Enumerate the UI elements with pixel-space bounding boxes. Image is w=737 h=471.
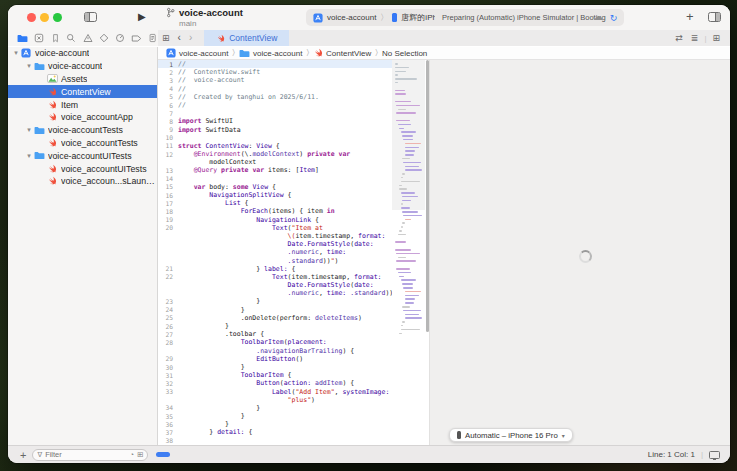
disclosure-triangle-icon[interactable]: ▾ <box>12 49 20 57</box>
code-text: } <box>178 363 245 371</box>
line-number[interactable]: 36 <box>158 421 173 428</box>
add-toolbar-button[interactable]: + <box>686 9 694 24</box>
file-tree-item[interactable]: ▾voice-accountTests <box>8 124 157 137</box>
line-number[interactable]: 38 <box>158 437 173 444</box>
file-tree-item[interactable]: ▾voice-account <box>8 47 157 60</box>
minimap-toggle-icon[interactable]: ≣ <box>687 33 703 43</box>
line-number[interactable]: 16 <box>158 192 173 199</box>
line-number[interactable]: 13 <box>158 167 173 174</box>
breadcrumb-item[interactable]: ContentView <box>313 48 371 58</box>
line-number[interactable]: 12 <box>158 151 173 158</box>
line-number[interactable]: 21 <box>158 265 173 272</box>
chevron-down-icon: ▾ <box>562 432 565 439</box>
line-number[interactable]: 22 <box>158 273 173 280</box>
add-editor-icon[interactable]: ⊞ <box>708 33 724 43</box>
file-tree-item[interactable]: voice_accountTests <box>8 137 157 150</box>
line-number[interactable]: 1 <box>158 61 173 68</box>
project-status[interactable]: voice-account main <box>166 7 243 28</box>
related-items-icon[interactable]: ⊞ <box>158 33 174 43</box>
tests-navigator-icon[interactable] <box>98 32 109 44</box>
debug-navigator-icon[interactable] <box>115 32 126 44</box>
code-line: 11struct ContentView: View { <box>158 142 392 150</box>
cloud-icon[interactable]: ☁ <box>593 11 603 22</box>
file-tree-item[interactable]: voice_accountUITests <box>8 162 157 175</box>
filter-field[interactable]: ∇ ◔ ⊞ <box>32 449 148 461</box>
breakpoints-navigator-icon[interactable] <box>131 32 142 44</box>
editor-layout-icon[interactable] <box>708 12 721 22</box>
line-number[interactable]: 33 <box>158 388 173 395</box>
close-window-button[interactable] <box>27 13 36 22</box>
scm-filter-icon[interactable]: ⊞ <box>137 450 143 459</box>
line-number[interactable]: 11 <box>158 142 173 149</box>
line-number[interactable]: 8 <box>158 118 173 125</box>
line-number[interactable]: 15 <box>158 183 173 190</box>
back-icon[interactable]: ‹ <box>174 33 185 43</box>
add-file-button[interactable]: + <box>8 449 32 461</box>
preview-canvas: Automatic – iPhone 16 Pro ▾ <box>429 60 730 445</box>
line-number[interactable]: 23 <box>158 298 173 305</box>
file-tree-item[interactable]: Assets <box>8 73 157 86</box>
file-tree-item[interactable]: voice_accountApp <box>8 111 157 124</box>
line-number[interactable]: 5 <box>158 93 173 100</box>
code-text: } <box>178 306 245 314</box>
line-number[interactable]: 27 <box>158 331 173 338</box>
file-tree-item[interactable]: voice_accoun...sLaunchTests <box>8 175 157 188</box>
disclosure-triangle-icon[interactable]: ▾ <box>25 126 33 134</box>
source-editor[interactable]: 1//2// ContentView.swift3// voice-accoun… <box>158 60 392 445</box>
line-number[interactable]: 18 <box>158 208 173 215</box>
zoom-window-button[interactable] <box>53 13 62 22</box>
recent-files-icon[interactable]: ◔ <box>130 450 135 459</box>
forward-icon[interactable]: › <box>185 33 196 43</box>
breadcrumb-item[interactable]: No Selection <box>382 49 427 58</box>
minimize-window-button[interactable] <box>40 13 49 22</box>
tab-contentview[interactable]: ContentView <box>204 30 289 46</box>
file-tree-item[interactable]: ▾voice-account <box>8 60 157 73</box>
line-number[interactable]: 31 <box>158 372 173 379</box>
source-control-navigator-icon[interactable] <box>33 32 44 44</box>
bookmarks-navigator-icon[interactable] <box>50 32 61 44</box>
line-number[interactable]: 25 <box>158 314 173 321</box>
disclosure-triangle-icon[interactable]: ▾ <box>25 152 33 160</box>
project-navigator-icon[interactable] <box>17 32 28 44</box>
line-number[interactable]: 10 <box>158 134 173 141</box>
toggle-navigator-icon[interactable] <box>84 12 97 22</box>
run-button[interactable]: ▶ <box>138 11 146 22</box>
canvas-toggle-icon[interactable] <box>709 451 720 459</box>
line-number[interactable]: 20 <box>158 224 173 231</box>
breadcrumb-item[interactable]: voice-account <box>239 49 302 58</box>
file-tree-item[interactable]: ContentView <box>8 85 157 98</box>
filter-input[interactable] <box>45 450 105 459</box>
file-tree-item[interactable]: Item <box>8 98 157 111</box>
line-number[interactable]: 3 <box>158 77 173 84</box>
code-line: Date.FormatStyle(date: <box>158 281 392 289</box>
swap-editor-icon[interactable]: ⇄ <box>671 33 687 43</box>
line-number[interactable]: 32 <box>158 380 173 387</box>
issues-navigator-icon[interactable] <box>82 32 93 44</box>
breadcrumb-item[interactable]: voice-account <box>166 48 228 58</box>
line-number[interactable]: 2 <box>158 69 173 76</box>
line-number[interactable]: 17 <box>158 200 173 207</box>
line-number[interactable]: 6 <box>158 102 173 109</box>
line-number[interactable]: 29 <box>158 355 173 362</box>
assets-file-icon <box>46 74 58 83</box>
line-number[interactable]: 26 <box>158 323 173 330</box>
find-navigator-icon[interactable] <box>66 32 77 44</box>
line-number[interactable]: 34 <box>158 404 173 411</box>
line-number[interactable]: 28 <box>158 339 173 346</box>
line-number[interactable]: 4 <box>158 85 173 92</box>
preview-device-button[interactable]: Automatic – iPhone 16 Pro ▾ <box>449 428 573 442</box>
minimap-line <box>401 279 416 281</box>
line-number[interactable]: 35 <box>158 413 173 420</box>
line-number[interactable]: 24 <box>158 306 173 313</box>
line-number[interactable]: 9 <box>158 126 173 133</box>
minimap-line <box>402 321 405 323</box>
line-number[interactable]: 14 <box>158 175 173 182</box>
line-number[interactable]: 30 <box>158 364 173 371</box>
line-number[interactable]: 37 <box>158 429 173 436</box>
file-tree-item[interactable]: ▾voice-accountUITests <box>8 149 157 162</box>
reports-navigator-icon[interactable] <box>147 32 158 44</box>
disclosure-triangle-icon[interactable]: ▾ <box>25 62 33 70</box>
line-number[interactable]: 19 <box>158 216 173 223</box>
minimap[interactable] <box>392 60 425 445</box>
line-number[interactable]: 7 <box>158 110 173 117</box>
